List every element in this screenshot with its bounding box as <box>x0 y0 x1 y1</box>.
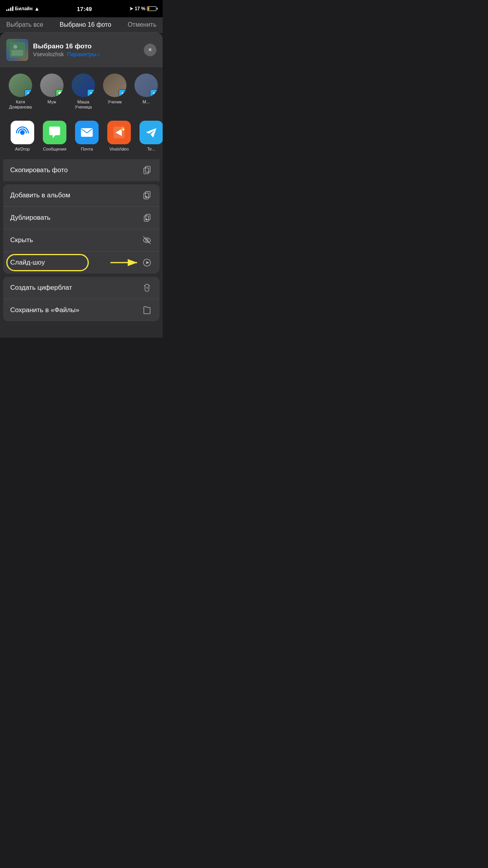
add-album-icon <box>141 190 152 201</box>
share-header: Выбрано 16 фото Vsevolozhsk Параметры › … <box>0 33 163 67</box>
thumbnail-image <box>9 42 25 58</box>
copy-photo-label: Скопировать фото <box>10 166 68 174</box>
watchface-label: Создать циферблат <box>10 284 72 292</box>
hide-icon <box>141 235 152 246</box>
svg-text:★: ★ <box>122 128 125 131</box>
telegram-icon: ✈ <box>152 91 156 96</box>
telegram-badge: ✈ <box>119 89 127 97</box>
duplicate-row[interactable]: Дублировать <box>3 207 160 229</box>
files-icon <box>141 305 152 316</box>
svg-point-1 <box>13 45 17 49</box>
app-item-vivavideo[interactable]: ★ VivaVideo <box>103 121 135 151</box>
action-group-1: Добавить в альбом Дублировать <box>3 184 160 274</box>
close-button[interactable]: × <box>144 44 156 56</box>
svg-marker-23 <box>146 261 149 264</box>
svg-rect-10 <box>144 168 149 174</box>
duplicate-icon <box>141 212 152 223</box>
app-label: Сообщения <box>43 147 66 151</box>
options-link[interactable]: Параметры › <box>67 51 100 57</box>
app-item-telegram[interactable]: Te... <box>135 121 163 151</box>
bar1 <box>6 9 7 11</box>
battery-percent: 17 % <box>135 6 145 11</box>
action-group-2: Создать циферблат Сохранить в «Файлы» <box>3 277 160 321</box>
contact-avatar: ✈ <box>134 74 158 97</box>
status-right: ➤ 17 % <box>129 6 156 11</box>
telegram-badge: ✈ <box>24 89 32 97</box>
wifi-icon: ▲ <box>34 6 40 12</box>
bar4 <box>12 6 13 11</box>
telegram-logo <box>144 125 159 140</box>
contact-avatar: 💬 <box>40 74 64 97</box>
cancel-button[interactable]: Отменить <box>128 21 156 28</box>
carrier-label: Билайн <box>15 6 33 11</box>
signal-bars-icon <box>6 6 13 11</box>
share-sheet: Выбрано 16 фото Vsevolozhsk Параметры › … <box>0 33 163 338</box>
contact-item[interactable]: ✈ M... <box>132 74 160 110</box>
action-row-copy[interactable]: Скопировать фото <box>3 159 160 181</box>
app-label: Te... <box>147 147 156 151</box>
status-left: Билайн ▲ <box>6 6 40 12</box>
watchface-icon <box>141 282 152 293</box>
hide-row[interactable]: Скрыть <box>3 229 160 252</box>
watchface-row[interactable]: Создать циферблат <box>3 277 160 299</box>
telegram-icon: ✈ <box>120 91 125 96</box>
save-to-files-row[interactable]: Сохранить в «Файлы» <box>3 299 160 321</box>
telegram-icon <box>139 121 163 144</box>
select-all-button[interactable]: Выбрать все <box>6 21 43 28</box>
app-label: VivaVideo <box>109 147 128 151</box>
telegram-badge: ✈ <box>150 89 158 97</box>
airdrop-icon <box>11 121 34 144</box>
copy-photo-row[interactable]: Скопировать фото <box>3 159 160 181</box>
slideshow-row[interactable]: Слайд-шоу <box>3 252 160 274</box>
share-info: Выбрано 16 фото Vsevolozhsk Параметры › <box>33 42 139 57</box>
telegram-badge: ✈ <box>87 89 95 97</box>
messages-bubble <box>47 125 62 140</box>
contact-item[interactable]: ✈ МашаУченица <box>69 74 97 110</box>
add-to-album-row[interactable]: Добавить в альбом <box>3 184 160 207</box>
vivavideo-logo: ★ <box>112 125 127 140</box>
status-bar: Билайн ▲ 17:49 ➤ 17 % <box>0 0 163 17</box>
close-icon: × <box>148 47 152 53</box>
contact-item[interactable]: ✈ Ученик <box>101 74 129 110</box>
share-thumbnail <box>6 39 28 61</box>
app-item-messages[interactable]: Сообщения <box>39 121 71 151</box>
contact-item[interactable]: 💬 Муж <box>38 74 66 110</box>
contact-name: МашаУченица <box>75 99 92 110</box>
app-label: Почта <box>81 147 93 151</box>
messages-badge: 💬 <box>56 89 64 97</box>
svg-rect-9 <box>145 166 150 172</box>
app-item-airdrop[interactable]: AirDrop <box>6 121 39 151</box>
app-item-mail[interactable]: Почта <box>71 121 103 151</box>
contacts-row[interactable]: ✈ КатяДомранова 💬 Муж ✈ МашаУченица <box>0 67 163 116</box>
contact-name: M... <box>143 99 150 105</box>
top-nav: Выбрать все Выбрано 16 фото Отменить <box>0 17 163 33</box>
location-icon: ➤ <box>129 6 133 11</box>
svg-point-3 <box>20 130 25 135</box>
share-title: Выбрано 16 фото <box>33 42 139 50</box>
yellow-arrow-annotation <box>110 257 142 268</box>
contact-name: КатяДомранова <box>9 99 32 110</box>
bar2 <box>8 9 9 11</box>
airdrop-waves <box>15 125 30 140</box>
battery-icon <box>147 6 156 11</box>
nav-title: Выбрано 16 фото <box>60 21 111 28</box>
share-location: Vsevolozhsk <box>33 51 64 57</box>
contact-avatar: ✈ <box>9 74 32 97</box>
hide-label: Скрыть <box>10 236 33 244</box>
contact-avatar: ✈ <box>103 74 127 97</box>
status-time: 17:49 <box>77 6 92 12</box>
contact-name: Ученик <box>108 99 122 105</box>
mail-icon <box>75 121 99 144</box>
messages-icon: 💬 <box>57 91 62 96</box>
add-to-album-label: Добавить в альбом <box>10 191 70 199</box>
contact-item[interactable]: ✈ КатяДомранова <box>6 74 35 110</box>
telegram-icon: ✈ <box>26 91 31 96</box>
copy-icon <box>141 165 152 176</box>
vivavideo-icon: ★ <box>107 121 131 144</box>
telegram-icon: ✈ <box>89 91 94 96</box>
bar3 <box>10 7 11 11</box>
apps-row[interactable]: AirDrop Сообщения <box>0 116 163 159</box>
svg-rect-2 <box>11 50 23 56</box>
contact-avatar: ✈ <box>72 74 95 97</box>
contact-name: Муж <box>48 99 56 105</box>
